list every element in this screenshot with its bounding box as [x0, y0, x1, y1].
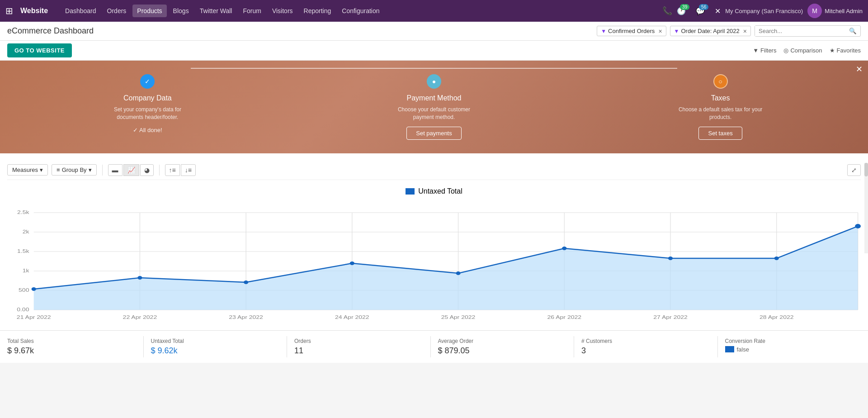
group-by-chevron-icon: ▾	[89, 166, 92, 173]
search-bar[interactable]: 🔍	[755, 25, 861, 37]
step-taxes: ○ Taxes Choose a default sales tax for y…	[577, 74, 864, 140]
stat-total-sales: Total Sales $ 9.67k	[7, 336, 144, 357]
filter-confirmed-orders-label: Confirmed Orders	[608, 28, 655, 34]
chat-icon[interactable]: 💬 56	[696, 7, 705, 15]
chat-badge: 56	[699, 4, 708, 10]
search-input[interactable]	[755, 26, 845, 36]
svg-text:27 Apr 2022: 27 Apr 2022	[653, 314, 688, 320]
stat-customers-value: 3	[581, 346, 710, 356]
sort-desc-button[interactable]: ↓≡	[181, 164, 196, 176]
scrollbar-thumb[interactable]	[864, 163, 868, 176]
main-menu: Dashboard Orders Products Blogs Twitter …	[61, 5, 659, 17]
nav-reporting[interactable]: Reporting	[299, 5, 336, 17]
clock-icon[interactable]: 🕐 39	[677, 7, 686, 15]
set-payments-button[interactable]: Set payments	[406, 127, 462, 140]
chart-point-1	[137, 276, 142, 280]
grid-icon[interactable]: ⊞	[5, 5, 13, 16]
svg-text:23 Apr 2022: 23 Apr 2022	[229, 314, 263, 320]
filter-confirmed-orders[interactable]: ▼ Confirmed Orders ×	[597, 26, 666, 36]
conversion-rate-color	[725, 346, 734, 352]
comparison-label: Comparison	[790, 47, 822, 54]
svg-text:500: 500	[19, 287, 29, 293]
comparison-icon: ◎	[783, 47, 788, 54]
nav-dashboard[interactable]: Dashboard	[61, 5, 101, 17]
remove-confirmed-orders-btn[interactable]: ×	[658, 28, 662, 34]
nav-configuration[interactable]: Configuration	[337, 5, 384, 17]
step-company-data-title: Company Data	[123, 94, 172, 102]
banner-steps: ✓ Company Data Set your company's data f…	[0, 74, 868, 140]
stat-conversion-rate: Conversion Rate false	[718, 336, 861, 357]
nav-twitter-wall[interactable]: Twitter Wall	[195, 5, 237, 17]
filter-funnel-icon-2: ▼	[674, 28, 679, 34]
clock-badge: 39	[680, 4, 689, 10]
line-chart-svg: 0.00 500 1k 1.5k 2k 2.5k	[7, 199, 861, 321]
pie-chart-button[interactable]: ◕	[140, 164, 154, 176]
stat-average-order-label: Average Order	[438, 338, 567, 344]
filters-label: Filters	[760, 47, 776, 54]
banner-close-button[interactable]: ✕	[856, 64, 863, 74]
stat-untaxed-total-value: $ 9.62k	[151, 346, 280, 356]
svg-text:1.5k: 1.5k	[17, 248, 29, 254]
filters-action[interactable]: ▼ Filters	[753, 47, 776, 54]
sort-asc-button[interactable]: ↑≡	[165, 164, 180, 176]
toolbar-divider-1	[102, 165, 103, 176]
filter-area: ▼ Confirmed Orders × ▼ Order Date: April…	[597, 25, 861, 37]
bar-chart-button[interactable]: ▬	[108, 164, 123, 176]
stat-untaxed-total-label: Untaxed Total	[151, 338, 280, 344]
step-taxes-circle: ○	[713, 74, 728, 89]
step-company-data-desc: Set your company's data for documents he…	[102, 106, 193, 121]
action-filters: ▼ Filters ◎ Comparison ★ Favorites	[753, 47, 861, 54]
stat-total-sales-label: Total Sales	[7, 338, 136, 344]
page-title: eCommerce Dashboard	[7, 26, 94, 36]
set-taxes-button[interactable]: Set taxes	[698, 127, 742, 140]
nav-visitors[interactable]: Visitors	[268, 5, 297, 17]
favorites-action[interactable]: ★ Favorites	[830, 47, 861, 54]
comparison-action[interactable]: ◎ Comparison	[783, 47, 822, 54]
measures-button[interactable]: Measures ▾	[7, 164, 48, 176]
step-company-data-done: ✓ All done!	[133, 127, 162, 133]
nav-products[interactable]: Products	[132, 5, 166, 17]
nav-blogs[interactable]: Blogs	[169, 5, 193, 17]
stat-orders-label: Orders	[294, 338, 423, 344]
favorites-icon: ★	[830, 47, 835, 54]
step-taxes-title: Taxes	[711, 94, 730, 102]
company-name[interactable]: My Company (San Francisco)	[725, 8, 803, 14]
filter-order-date[interactable]: ▼ Order Date: April 2022 ×	[670, 26, 751, 36]
stat-conversion-rate-label: Conversion Rate	[725, 338, 854, 344]
chart-point-3	[350, 261, 354, 265]
chart-area: Measures ▾ ≡ Group By ▾ ▬ 📈 ◕ ↑≡ ↓≡ ⤢ Un…	[0, 153, 868, 330]
topnav-right: 📞 🕐 39 💬 56 ✕ My Company (San Francisco)…	[662, 4, 863, 18]
svg-text:1k: 1k	[23, 268, 30, 273]
subheader: eCommerce Dashboard ▼ Confirmed Orders ×…	[0, 22, 868, 41]
group-by-button[interactable]: ≡ Group By ▾	[52, 164, 97, 176]
chart-area-fill	[34, 226, 858, 310]
filter-order-date-label: Order Date: April 2022	[681, 28, 739, 34]
nav-forum[interactable]: Forum	[238, 5, 265, 17]
step-payment-method-title: Payment Method	[407, 94, 462, 102]
chart-point-5	[562, 247, 566, 250]
banner-progress-line	[191, 68, 677, 69]
toolbar-divider-2	[159, 165, 160, 176]
chart-toolbar: Measures ▾ ≡ Group By ▾ ▬ 📈 ◕ ↑≡ ↓≡ ⤢	[7, 161, 861, 180]
close-icon[interactable]: ✕	[715, 7, 721, 15]
svg-text:24 Apr 2022: 24 Apr 2022	[335, 314, 369, 320]
user-menu[interactable]: M Mitchell Admin	[807, 4, 863, 18]
phone-icon[interactable]: 📞	[662, 6, 672, 16]
action-bar: GO TO WEBSITE ▼ Filters ◎ Comparison ★ F…	[0, 41, 868, 61]
chart-type-buttons: ▬ 📈 ◕	[108, 164, 154, 176]
stat-orders: Orders 11	[287, 336, 431, 357]
filter-funnel-icon: ▼	[601, 28, 606, 34]
expand-chart-button[interactable]: ⤢	[847, 164, 861, 176]
stats-bar: Total Sales $ 9.67k Untaxed Total $ 9.62…	[0, 330, 868, 363]
step-taxes-desc: Choose a default sales tax for your prod…	[675, 106, 766, 121]
svg-text:22 Apr 2022: 22 Apr 2022	[123, 314, 157, 320]
stat-customers: # Customers 3	[574, 336, 718, 357]
nav-orders[interactable]: Orders	[103, 5, 131, 17]
go-to-website-button[interactable]: GO TO WEBSITE	[7, 43, 72, 57]
svg-text:2.5k: 2.5k	[17, 209, 29, 215]
remove-order-date-btn[interactable]: ×	[743, 28, 747, 34]
scrollbar-track	[864, 163, 868, 253]
line-chart-button[interactable]: 📈	[123, 164, 139, 176]
step-company-data-circle: ✓	[140, 74, 155, 89]
search-button[interactable]: 🔍	[845, 26, 860, 36]
